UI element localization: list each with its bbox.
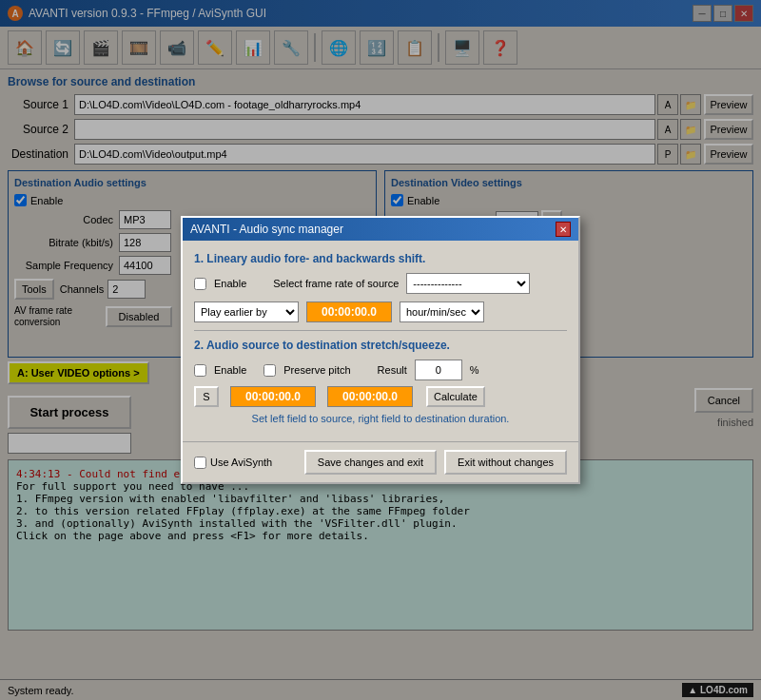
modal-note: Set left field to source, right field to… [194,413,567,424]
exit-without-changes-button[interactable]: Exit without changes [444,450,567,475]
modal-footer: Use AviSynth Save changes and exit Exit … [183,441,578,482]
modal-result-label: Result [378,364,407,376]
modal-enable1-row: Enable Select frame rate of source -----… [194,273,567,294]
modal-body: 1. Lineary audio fore- and backwards shi… [183,241,578,441]
modal-play-select[interactable]: Play earlier by Play later by [194,301,299,322]
modal-section1-title: 1. Lineary audio fore- and backwards shi… [194,252,567,265]
audio-sync-modal: AVANTI - Audio sync manager ✕ 1. Lineary… [181,216,580,484]
modal-play-row: Play earlier by Play later by hour/min/s… [194,301,567,322]
modal-close-button[interactable]: ✕ [556,222,571,237]
modal-preserve-pitch-label: Preserve pitch [283,364,350,376]
modal-result-input[interactable] [415,360,462,380]
modal-s-btn[interactable]: S [194,386,219,407]
modal-overlay: AVANTI - Audio sync manager ✕ 1. Lineary… [0,0,761,700]
modal-time-input2-left[interactable] [230,386,316,407]
use-avisynth-row: Use AviSynth [194,457,272,469]
modal-enable2-row: Enable Preserve pitch Result % [194,360,567,380]
modal-preserve-pitch-checkbox[interactable] [263,364,276,377]
modal-percent-label: % [470,364,479,376]
modal-section2-title: 2. Audio source to destination stretch/s… [194,339,567,352]
modal-enable2-label: Enable [214,364,246,376]
modal-enable1-checkbox[interactable] [194,278,206,290]
modal-enable2-checkbox[interactable] [194,364,206,377]
modal-frame-rate-select[interactable]: -------------- 24 25 29.97 30 [406,273,530,294]
modal-calculate-btn[interactable]: Calculate [426,386,485,407]
modal-time-input1[interactable] [306,301,392,322]
modal-time-row: S Calculate [194,386,567,407]
modal-unit-select[interactable]: hour/min/sec frames [400,301,484,322]
use-avisynth-label: Use AviSynth [210,457,272,468]
modal-footer-left: Use AviSynth [194,457,297,469]
modal-divider [194,330,567,331]
modal-time-input2-right[interactable] [327,386,413,407]
save-changes-button[interactable]: Save changes and exit [304,450,437,475]
use-avisynth-checkbox[interactable] [194,457,206,469]
modal-enable1-label: Enable [214,278,246,289]
modal-title: AVANTI - Audio sync manager [190,223,343,236]
modal-select-frame-label: Select frame rate of source [273,278,399,289]
modal-title-bar: AVANTI - Audio sync manager ✕ [183,218,578,241]
